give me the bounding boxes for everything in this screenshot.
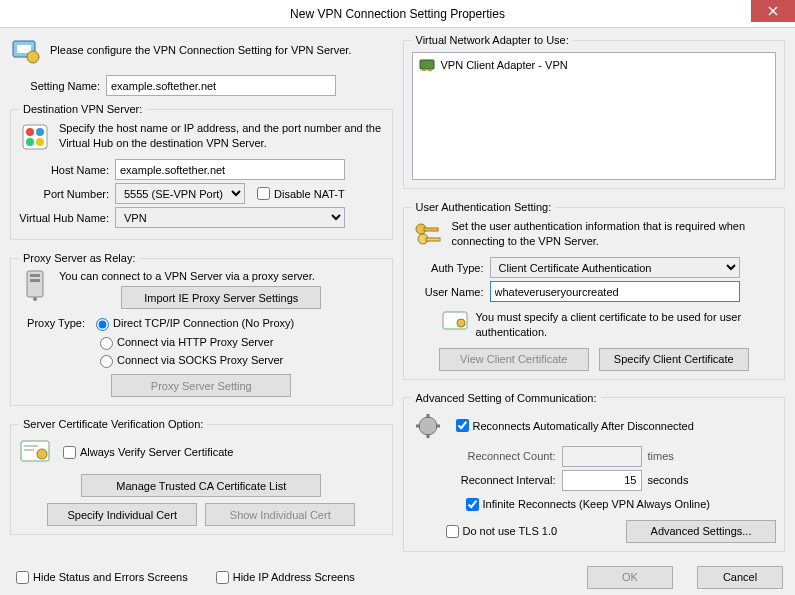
- proxy-radio-direct[interactable]: Direct TCP/IP Connection (No Proxy): [91, 315, 294, 331]
- keys-icon: [412, 219, 444, 251]
- reconnect-count-unit: times: [648, 450, 674, 462]
- proxy-desc: You can connect to a VPN Server via a pr…: [59, 270, 384, 282]
- window-title: New VPN Connection Setting Properties: [0, 7, 795, 21]
- no-tls-checkbox[interactable]: [446, 525, 459, 538]
- cert-legend: Server Certificate Verification Option:: [19, 418, 207, 430]
- proxy-type-label: Proxy Type:: [19, 317, 91, 329]
- svg-rect-3: [17, 45, 31, 53]
- svg-point-28: [425, 423, 431, 429]
- specify-cert-button[interactable]: Specify Individual Cert: [47, 503, 197, 526]
- view-client-cert-button[interactable]: View Client Certificate: [439, 348, 589, 371]
- disable-natt-label[interactable]: Disable NAT-T: [253, 184, 345, 203]
- svg-point-13: [33, 297, 37, 301]
- infinite-reconnect-checkbox[interactable]: [466, 498, 479, 511]
- adapter-item[interactable]: VPN Client Adapter - VPN: [417, 57, 772, 73]
- auth-group: User Authentication Setting: Set the use…: [403, 201, 786, 380]
- import-ie-proxy-button[interactable]: Import IE Proxy Server Settings: [121, 286, 321, 309]
- hide-ip-checkbox[interactable]: [216, 571, 229, 584]
- titlebar: New VPN Connection Setting Properties: [0, 0, 795, 28]
- reconnect-auto-checkbox[interactable]: [456, 419, 469, 432]
- svg-point-26: [457, 319, 465, 327]
- reconnect-count-label: Reconnect Count:: [452, 450, 562, 462]
- adapter-group: Virtual Network Adapter to Use: VPN Clie…: [403, 34, 786, 189]
- adapter-item-label: VPN Client Adapter - VPN: [441, 59, 568, 71]
- adapter-legend: Virtual Network Adapter to Use:: [412, 34, 573, 46]
- destination-legend: Destination VPN Server:: [19, 103, 146, 115]
- hide-ip-label[interactable]: Hide IP Address Screens: [212, 568, 355, 587]
- advanced-group: Advanced Setting of Communication: Recon…: [403, 392, 786, 552]
- svg-point-9: [36, 138, 44, 146]
- svg-point-4: [27, 51, 39, 63]
- manage-ca-button[interactable]: Manage Trusted CA Certificate List: [81, 474, 321, 497]
- hub-select[interactable]: VPN: [115, 207, 345, 228]
- nic-icon: [419, 58, 435, 72]
- close-icon: [768, 6, 778, 16]
- svg-point-8: [26, 138, 34, 146]
- destination-desc: Specify the host name or IP address, and…: [59, 121, 384, 153]
- auth-type-select[interactable]: Client Certificate Authentication: [490, 257, 740, 278]
- svg-rect-12: [30, 279, 40, 282]
- user-name-input[interactable]: [490, 281, 740, 302]
- reconnect-count-input: [562, 446, 642, 467]
- svg-rect-11: [30, 274, 40, 277]
- gear-icon: [412, 410, 444, 442]
- wizard-icon: [10, 34, 42, 66]
- proxy-radio-socks[interactable]: Connect via SOCKS Proxy Server: [95, 352, 283, 368]
- svg-rect-22: [424, 228, 438, 231]
- port-label: Port Number:: [19, 188, 115, 200]
- host-input[interactable]: [115, 159, 345, 180]
- ok-button[interactable]: OK: [587, 566, 673, 589]
- advanced-legend: Advanced Setting of Communication:: [412, 392, 601, 404]
- proxy-legend: Proxy Server as Relay:: [19, 252, 139, 264]
- disable-natt-checkbox[interactable]: [257, 187, 270, 200]
- svg-rect-24: [426, 238, 440, 241]
- hub-label: Virtual Hub Name:: [19, 212, 115, 224]
- proxy-group: Proxy Server as Relay: You can connect t…: [10, 252, 393, 406]
- svg-point-6: [26, 128, 34, 136]
- auth-type-label: Auth Type:: [412, 262, 490, 274]
- svg-rect-19: [422, 69, 426, 71]
- reconnect-interval-input[interactable]: [562, 470, 642, 491]
- setting-name-label: Setting Name:: [10, 80, 106, 92]
- always-verify-label[interactable]: Always Verify Server Certificate: [59, 443, 233, 462]
- reconnect-interval-unit: seconds: [648, 474, 689, 486]
- infinite-reconnect-label[interactable]: Infinite Reconnects (Keep VPN Always Onl…: [462, 495, 777, 514]
- always-verify-checkbox[interactable]: [63, 446, 76, 459]
- svg-rect-5: [23, 125, 47, 149]
- auth-must-text: You must specify a client certificate to…: [476, 310, 777, 340]
- close-button[interactable]: [751, 0, 795, 22]
- cert-icon: [19, 436, 51, 468]
- intro-text: Please configure the VPN Connection Sett…: [50, 44, 351, 56]
- svg-rect-18: [420, 60, 434, 69]
- hide-status-label[interactable]: Hide Status and Errors Screens: [12, 568, 188, 587]
- show-cert-button[interactable]: Show Individual Cert: [205, 503, 355, 526]
- server-icon: [19, 121, 51, 153]
- destination-group: Destination VPN Server: Specify the host…: [10, 103, 393, 240]
- cert-small-icon: [442, 310, 468, 332]
- cancel-button[interactable]: Cancel: [697, 566, 783, 589]
- proxy-radio-http[interactable]: Connect via HTTP Proxy Server: [95, 334, 273, 350]
- hide-status-checkbox[interactable]: [16, 571, 29, 584]
- proxy-icon: [19, 270, 51, 302]
- reconnect-interval-label: Reconnect Interval:: [452, 474, 562, 486]
- user-name-label: User Name:: [412, 286, 490, 298]
- proxy-setting-button[interactable]: Proxy Server Setting: [111, 374, 291, 397]
- adapter-list[interactable]: VPN Client Adapter - VPN: [412, 52, 777, 180]
- auth-desc: Set the user authentication information …: [452, 219, 777, 251]
- host-label: Host Name:: [19, 164, 115, 176]
- cert-group: Server Certificate Verification Option: …: [10, 418, 393, 535]
- reconnect-auto-label[interactable]: Reconnects Automatically After Disconnec…: [452, 416, 694, 435]
- no-tls-label[interactable]: Do not use TLS 1.0: [442, 522, 617, 541]
- specify-client-cert-button[interactable]: Specify Client Certificate: [599, 348, 749, 371]
- setting-name-input[interactable]: [106, 75, 336, 96]
- svg-rect-20: [428, 69, 432, 71]
- auth-legend: User Authentication Setting:: [412, 201, 556, 213]
- svg-point-15: [37, 449, 47, 459]
- svg-point-7: [36, 128, 44, 136]
- advanced-settings-button[interactable]: Advanced Settings...: [626, 520, 776, 543]
- port-select[interactable]: 5555 (SE-VPN Port): [115, 183, 245, 204]
